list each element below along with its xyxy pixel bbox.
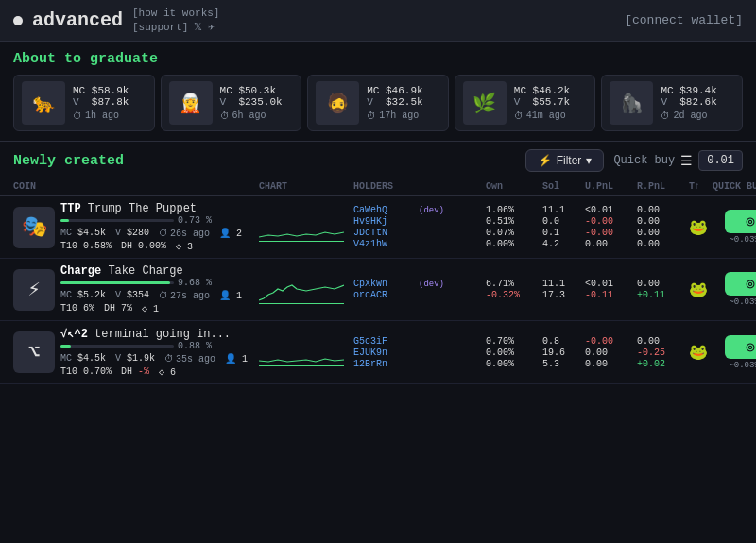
chart-svg (259, 213, 344, 240)
header: advanced [how it works] [support] 𝕏 ✈ [c… (0, 0, 756, 42)
graduate-card[interactable]: 🧔 MC $46.9k V $32.5k ⏱ 17h ago (307, 75, 449, 131)
coin-progress-bar (60, 281, 174, 284)
diamond-icon: ◇ 1 (142, 303, 159, 314)
upnl-col: <0.01-0.00-0.000.00 (585, 205, 637, 249)
chevron-down-icon: ▾ (586, 154, 592, 167)
holders-count-icon: 👤 2 (219, 228, 242, 239)
holder-name[interactable]: JDcTtN (353, 228, 415, 238)
sol-val: 11.1 (542, 279, 585, 289)
clock-icon: ⏱ (367, 110, 376, 122)
own-col: 1.06%0.51%0.07%0.00% (486, 205, 542, 249)
grad-v: V $235.0k (220, 96, 294, 108)
holder-name[interactable]: 12BrRn (353, 359, 415, 369)
sol-icon: ◎ (746, 341, 755, 353)
dh-label: DH 0.00% (121, 241, 166, 252)
grad-mc: MC $50.3k (220, 85, 294, 96)
coin-meta: MC $5.2k V $354 ⏱27s ago 👤 1 (60, 290, 259, 301)
coin-time: ⏱27s ago (159, 290, 210, 301)
quickbuy-button[interactable]: ◎ 0.01 (725, 210, 757, 233)
header-links: [how it works] [support] 𝕏 ✈ (132, 8, 219, 33)
own-val: 0.00% (486, 359, 542, 369)
holder-name[interactable]: EJUK9n (353, 348, 415, 358)
grad-info: MC $50.3k V $235.0k ⏱ 6h ago (220, 85, 294, 122)
holder-name[interactable]: G5c3iF (353, 336, 415, 347)
quickbuy-button[interactable]: ◎ 0.01 (725, 272, 757, 296)
holder-name[interactable]: CpXkWn (353, 279, 415, 289)
holder-name[interactable]: orcACR (353, 290, 415, 300)
rpnl-val: 0.00 (637, 205, 689, 215)
sol-icon: ◎ (746, 215, 755, 228)
chart-cell (259, 271, 353, 309)
coin-progress-pct: 9.68 % (178, 278, 212, 288)
t10-label: T10 6% (60, 303, 94, 314)
grad-thumb: 🦍 (610, 81, 653, 125)
coin-progress-bar (60, 345, 174, 348)
clock-icon: ⏱ (164, 353, 174, 365)
supply-label: ~0.03% supply (729, 235, 756, 245)
upnl-val: 0.00 (585, 348, 637, 358)
holder-name[interactable]: V4z1hW (353, 239, 415, 249)
coin-fullname: Trump The Puppet (88, 202, 197, 215)
quickbuy-button[interactable]: ◎ 0.01 (725, 335, 757, 359)
graduate-card[interactable]: 🌿 MC $46.2k V $55.7k ⏱ 41m ago (455, 75, 596, 131)
sol-val: 0.0 (542, 216, 585, 227)
own-val: 0.00% (486, 348, 542, 358)
grad-v: V $32.5k (367, 96, 440, 108)
holder-name[interactable]: CaWehQ (353, 205, 415, 215)
sol-val: 11.1 (542, 205, 585, 215)
rpnl-col: 0.00+0.11 (637, 279, 689, 300)
own-val: 0.70% (486, 336, 542, 347)
coin-cell: 🎭 TTP Trump The Puppet 0.73 % MC $4.5k V… (13, 202, 259, 252)
twitter-icon[interactable]: 𝕏 (194, 21, 202, 33)
sol-val: 0.8 (542, 336, 585, 347)
sol-val: 19.6 (542, 348, 585, 358)
grad-time: ⏱ 1h ago (73, 110, 146, 122)
coin-mc: MC $4.5k (60, 353, 106, 365)
connect-wallet-button[interactable]: [connect wallet] (625, 13, 743, 27)
rpnl-val: +0.02 (637, 359, 689, 369)
coin-mc: MC $4.5k (60, 228, 106, 239)
rpnl-col: 0.000.000.000.00 (637, 205, 689, 249)
coin-cell: ⚡ Charge Take Charge 9.68 % MC $5.2k V $… (13, 264, 259, 314)
dh-label: DH -% (121, 366, 149, 378)
supply-label: ~0.03% supply (729, 297, 756, 307)
coin-meta: MC $4.5k V $1.9k ⏱35s ago 👤 1 (60, 353, 259, 365)
chart-cell (259, 209, 353, 246)
table-col-header: QUICK BUY (713, 181, 756, 192)
support-link[interactable]: [support] (132, 22, 188, 33)
own-col: 6.71%-0.32% (486, 279, 542, 300)
upnl-val: <0.01 (585, 279, 637, 289)
coin-progress-bar (60, 219, 174, 222)
coin-progress-fill (60, 345, 71, 348)
holder-name[interactable]: Hv9HKj (353, 216, 415, 227)
graduate-card[interactable]: 🧝 MC $50.3k V $235.0k ⏱ 6h ago (161, 75, 302, 131)
own-val: -0.32% (486, 290, 542, 300)
dh-label: DH 7% (104, 303, 132, 314)
holder-row: orcACR (353, 290, 486, 300)
frog-icon: 🐸 (689, 218, 713, 237)
table-col-header: COIN (13, 181, 259, 192)
coin-progress-fill (60, 281, 170, 284)
coin-progress-fill (60, 219, 69, 222)
grad-thumb: 🧔 (316, 81, 359, 125)
newly-created-title: Newly created (13, 153, 124, 169)
t10-label: T10 0.70% (60, 366, 112, 378)
upnl-col: <0.01-0.11 (585, 279, 637, 300)
grad-thumb: 🌿 (463, 81, 507, 125)
telegram-icon[interactable]: ✈ (208, 21, 215, 33)
clock-icon: ⏱ (661, 110, 670, 122)
graduate-card[interactable]: 🦍 MC $39.4k V $82.6k ⏱ 2d ago (601, 75, 743, 131)
upnl-val: -0.11 (585, 290, 637, 300)
filter-label: Filter (557, 154, 582, 167)
quickbuy-value: 0.01 (698, 150, 743, 171)
graduate-card[interactable]: 🐆 MC $58.9k V $87.8k ⏱ 1h ago (13, 75, 155, 131)
filter-button[interactable]: Filter ▾ (525, 149, 605, 172)
upnl-val: 0.00 (585, 359, 637, 369)
table-col-header: Sol (542, 181, 585, 192)
chart-svg (259, 276, 344, 302)
upnl-val: -0.00 (585, 216, 637, 227)
how-it-works-link[interactable]: [how it works] (132, 8, 219, 19)
holder-row: G5c3iF (353, 336, 486, 347)
table-header: COINCHARTHOLDERSOwnSolU.PnLR.PnLT↑QUICK … (0, 178, 756, 196)
table-col-header: Own (486, 181, 542, 192)
